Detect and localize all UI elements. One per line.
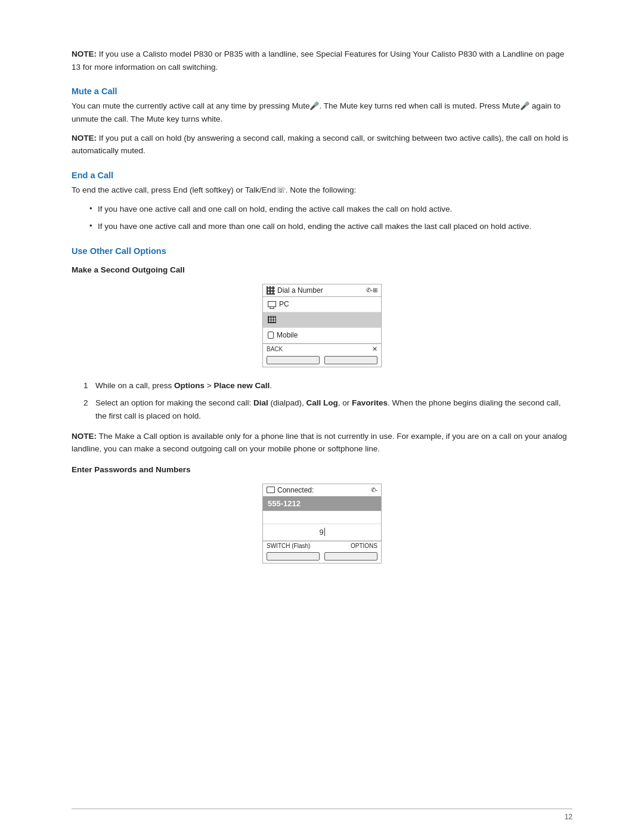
talk-end-icon: ☏ <box>276 184 286 197</box>
other-options-heading: Use Other Call Options <box>72 246 572 256</box>
options-label: OPTIONS <box>351 543 377 549</box>
favorites-bold: Favorites <box>352 398 388 407</box>
phone-screen-1-softkeys <box>263 354 381 367</box>
mobile-icon <box>268 332 274 339</box>
phone-screen-1-title-right: ✆-⊞ <box>366 287 377 293</box>
end-body: To end the active call, press End (left … <box>72 184 572 197</box>
page-number: 12 <box>565 813 572 821</box>
connected-icon <box>267 487 275 493</box>
back-label: BACK <box>267 346 283 352</box>
phone-screen-1-title-left: Dial a Number <box>267 286 323 295</box>
phone-screen-1-titlebar: Dial a Number ✆-⊞ <box>263 284 381 297</box>
make-second-call-subheading: Make a Second Outgoing Call <box>72 265 572 274</box>
phone-screen-2: Connected: ✆- 555-1212 9 SWITCH (Flash) … <box>262 484 382 563</box>
dialpad-icon <box>268 316 276 323</box>
softkey-right-2 <box>324 552 377 561</box>
phone2-empty-row <box>263 511 381 524</box>
end-heading: End a Call <box>72 171 572 180</box>
end-bullet-2: If you have one active call and more tha… <box>89 220 572 233</box>
footer-line: 12 <box>72 809 572 821</box>
intro-note-text: If you use a Calisto model P830 or P835 … <box>72 49 564 72</box>
phone-screen-2-bottom-bar: SWITCH (Flash) OPTIONS <box>263 541 381 550</box>
handset-right-icon-2: ✆- <box>371 487 377 493</box>
monitor-icon <box>268 301 276 307</box>
page-footer: 12 <box>0 809 644 821</box>
place-new-call-bold: Place new Call <box>213 381 270 390</box>
enter-passwords-subheading: Enter Passwords and Numbers <box>72 465 572 474</box>
call-log-bold: Call Log <box>306 398 338 407</box>
step-1-num: 1 <box>83 379 88 392</box>
phone-row-mobile: Mobile <box>263 328 381 343</box>
mute-heading: Mute a Call <box>72 86 572 96</box>
phone-row-dialpad <box>263 312 381 328</box>
mute-body: You can mute the currently active call a… <box>72 100 572 125</box>
phone-screen-2-softkeys <box>263 550 381 563</box>
end-section: End a Call To end the active call, press… <box>72 171 572 233</box>
end-bullets: If you have one active call and one call… <box>89 203 572 233</box>
step-2: 2 Select an option for making the second… <box>83 397 572 422</box>
phone-number-row: 555-1212 <box>263 497 381 511</box>
phone-screen-1: Dial a Number ✆-⊞ PC <box>262 284 382 367</box>
softkey-left-1 <box>267 356 320 364</box>
intro-note: NOTE: If you use a Calisto model P830 or… <box>72 48 572 73</box>
intro-note-bold: NOTE: <box>72 49 97 58</box>
mute-note-bold: NOTE: <box>72 134 97 143</box>
other-options-section: Use Other Call Options Make a Second Out… <box>72 246 572 563</box>
steps-list: 1 While on a call, press Options > Place… <box>83 379 572 423</box>
phone-screen-1-title-text: Dial a Number <box>277 286 323 295</box>
phone-screen-2-title-text: Connected: <box>277 486 314 494</box>
switch-flash-label: SWITCH (Flash) <box>267 543 310 549</box>
step-note-bold: NOTE: <box>72 432 97 441</box>
phone-row-pc: PC <box>263 297 381 312</box>
phone-screen-2-title-left: Connected: <box>267 486 314 494</box>
options-bold: Options <box>174 381 205 390</box>
page-content: NOTE: If you use a Calisto model P830 or… <box>0 0 644 611</box>
mute-note: NOTE: If you put a call on hold (by answ… <box>72 132 572 157</box>
softkey-left-2 <box>267 552 320 561</box>
end-bullet-1: If you have one active call and one call… <box>89 203 572 216</box>
phone-screen-1-wrapper: Dial a Number ✆-⊞ PC <box>72 284 572 367</box>
dial-bold: Dial <box>253 398 268 407</box>
dial-grid-icon <box>267 286 275 295</box>
phone2-input-value: 9 <box>319 528 323 537</box>
phone-screen-2-titlebar: Connected: ✆- <box>263 484 381 497</box>
pc-label: PC <box>279 300 289 308</box>
step-1: 1 While on a call, press Options > Place… <box>83 379 572 392</box>
mute-icon: 🎤 <box>309 100 319 113</box>
phone2-input-row: 9 <box>263 524 381 541</box>
step-2-num: 2 <box>83 397 88 410</box>
phone-screen-2-wrapper: Connected: ✆- 555-1212 9 SWITCH (Flash) … <box>72 484 572 563</box>
softkey-right-1 <box>324 356 377 364</box>
x-icon: ✕ <box>372 345 377 353</box>
mute-section: Mute a Call You can mute the currently a… <box>72 86 572 157</box>
handset-right-icon: ✆-⊞ <box>366 287 377 293</box>
mobile-label: Mobile <box>277 331 298 339</box>
cursor <box>324 528 325 536</box>
phone-screen-1-bottom-bar: BACK ✕ <box>263 343 381 354</box>
mute-icon-2: 🎤 <box>520 100 530 113</box>
step-note: NOTE: The Make a Call option is availabl… <box>72 430 572 456</box>
